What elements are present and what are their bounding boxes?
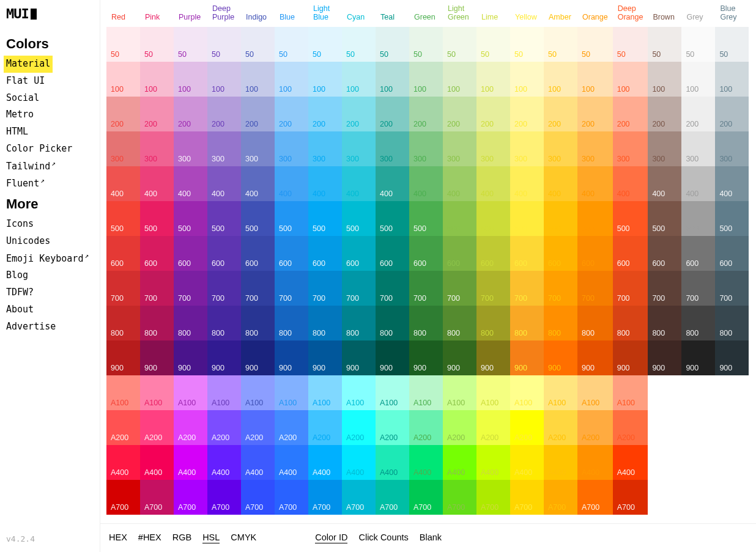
color-swatch[interactable]: 600 [409, 236, 443, 271]
color-swatch[interactable]: 600 [715, 236, 749, 271]
color-swatch[interactable]: 50 [443, 27, 476, 62]
color-swatch[interactable]: 700 [376, 271, 409, 306]
color-swatch[interactable]: 600 [275, 236, 308, 271]
nav-item[interactable]: HTML [6, 123, 28, 141]
nav-item[interactable]: Metro [6, 106, 34, 123]
nav-item[interactable]: Color Picker [6, 141, 72, 158]
color-swatch[interactable]: 400 [342, 166, 376, 201]
color-swatch[interactable]: 50 [476, 27, 510, 62]
color-swatch[interactable]: A200 [241, 410, 275, 445]
color-swatch[interactable]: 300 [275, 131, 308, 166]
color-swatch[interactable]: 800 [241, 306, 275, 340]
color-swatch[interactable]: 900 [510, 340, 544, 375]
color-swatch[interactable]: 700 [544, 271, 577, 306]
color-swatch[interactable]: 400 [376, 166, 409, 201]
color-swatch[interactable]: A700 [140, 480, 174, 515]
color-swatch[interactable]: 500 [376, 201, 409, 236]
color-swatch[interactable]: 900 [715, 340, 749, 375]
color-swatch[interactable]: 50 [342, 27, 376, 62]
color-swatch[interactable]: A400 [308, 445, 342, 480]
color-swatch[interactable]: 900 [443, 340, 476, 375]
color-swatch[interactable]: 600 [577, 236, 613, 271]
color-swatch[interactable]: 700 [613, 271, 648, 306]
footer-option[interactable]: CMYK [231, 532, 256, 543]
color-swatch[interactable]: 200 [207, 97, 241, 131]
color-swatch[interactable]: 600 [174, 236, 207, 271]
color-swatch[interactable]: A200 [443, 410, 476, 445]
color-swatch[interactable]: 400 [510, 166, 544, 201]
color-swatch[interactable]: A100 [174, 375, 207, 410]
color-swatch[interactable]: 800 [715, 306, 749, 340]
color-swatch[interactable]: 700 [510, 271, 544, 306]
color-swatch[interactable]: 200 [715, 97, 749, 131]
color-swatch[interactable]: 200 [106, 97, 140, 131]
footer-option[interactable]: Click Counts [358, 532, 408, 543]
color-swatch[interactable]: A200 [476, 410, 510, 445]
color-swatch[interactable]: 400 [613, 166, 648, 201]
color-swatch[interactable]: 200 [544, 97, 577, 131]
color-swatch[interactable]: 400 [443, 166, 476, 201]
color-swatch[interactable]: 200 [648, 97, 681, 131]
color-swatch[interactable]: 100 [443, 62, 476, 97]
hue-header[interactable]: Cyan [342, 0, 376, 27]
color-swatch[interactable]: 300 [308, 131, 342, 166]
color-swatch[interactable]: 100 [510, 62, 544, 97]
color-swatch[interactable]: A100 [241, 375, 275, 410]
color-swatch[interactable]: 300 [443, 131, 476, 166]
color-swatch[interactable]: 200 [342, 97, 376, 131]
color-swatch[interactable]: 600 [510, 236, 544, 271]
color-swatch[interactable]: 300 [476, 131, 510, 166]
color-swatch[interactable]: 100 [174, 62, 207, 97]
footer-option[interactable]: Color ID [315, 532, 347, 543]
color-swatch[interactable]: 50 [140, 27, 174, 62]
hue-header[interactable]: Green [409, 0, 443, 27]
color-swatch[interactable]: 800 [648, 306, 681, 340]
color-swatch[interactable]: 500 [544, 201, 577, 236]
color-swatch[interactable]: A100 [476, 375, 510, 410]
color-swatch[interactable]: 50 [174, 27, 207, 62]
color-swatch[interactable]: 800 [577, 306, 613, 340]
color-swatch[interactable]: 300 [376, 131, 409, 166]
nav-item[interactable]: Unicodes [6, 233, 50, 250]
nav-item[interactable]: TDFW? [6, 284, 34, 301]
nav-item[interactable]: About [6, 301, 34, 318]
color-swatch[interactable]: A100 [275, 375, 308, 410]
color-swatch[interactable]: A100 [577, 375, 613, 410]
color-swatch[interactable]: 500 [308, 201, 342, 236]
color-swatch[interactable]: 400 [207, 166, 241, 201]
color-swatch[interactable]: A700 [613, 480, 648, 515]
color-swatch[interactable]: 300 [648, 131, 681, 166]
color-swatch[interactable]: A700 [241, 480, 275, 515]
color-swatch[interactable]: 700 [174, 271, 207, 306]
color-swatch[interactable]: A100 [510, 375, 544, 410]
color-swatch[interactable]: 600 [308, 236, 342, 271]
color-swatch[interactable]: 200 [241, 97, 275, 131]
color-swatch[interactable]: A400 [342, 445, 376, 480]
color-swatch[interactable]: A200 [308, 410, 342, 445]
color-swatch[interactable]: 100 [577, 62, 613, 97]
color-swatch[interactable]: 400 [174, 166, 207, 201]
color-swatch[interactable]: 50 [648, 27, 681, 62]
color-swatch[interactable]: 800 [376, 306, 409, 340]
color-swatch[interactable]: 800 [510, 306, 544, 340]
color-swatch[interactable]: A100 [207, 375, 241, 410]
color-swatch[interactable]: 50 [275, 27, 308, 62]
footer-option[interactable]: HEX [109, 532, 127, 543]
color-swatch[interactable]: 400 [577, 166, 613, 201]
color-swatch[interactable]: 300 [510, 131, 544, 166]
nav-item[interactable]: Advertise [6, 318, 56, 336]
color-swatch[interactable]: 800 [544, 306, 577, 340]
color-swatch[interactable]: 50 [409, 27, 443, 62]
color-swatch[interactable]: 50 [106, 27, 140, 62]
color-swatch[interactable]: A700 [106, 480, 140, 515]
color-swatch[interactable]: 500 [174, 201, 207, 236]
color-swatch[interactable]: 600 [376, 236, 409, 271]
color-swatch[interactable]: 50 [308, 27, 342, 62]
color-swatch[interactable]: 50 [577, 27, 613, 62]
color-swatch[interactable]: A400 [174, 445, 207, 480]
nav-item[interactable]: Icons [6, 216, 34, 233]
hue-header[interactable]: Grey [681, 0, 715, 27]
color-swatch[interactable]: 700 [342, 271, 376, 306]
color-swatch[interactable]: 50 [544, 27, 577, 62]
color-swatch[interactable]: 50 [376, 27, 409, 62]
